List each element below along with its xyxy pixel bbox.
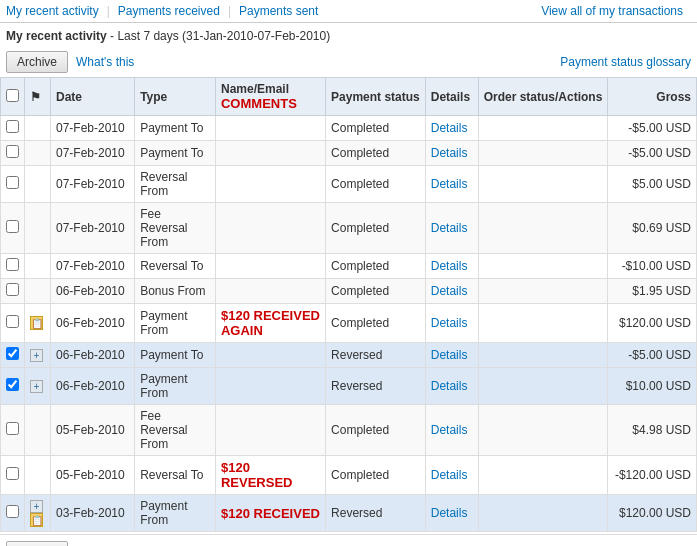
- row-gross: $10.00 USD: [608, 368, 697, 405]
- details-link[interactable]: Details: [431, 177, 468, 191]
- row-type: Payment From: [135, 304, 216, 343]
- payment-status-glossary-link[interactable]: Payment status glossary: [560, 55, 691, 69]
- row-gross: $0.69 USD: [608, 203, 697, 254]
- row-status: Completed: [326, 166, 426, 203]
- nav-payments-sent[interactable]: Payments sent: [239, 4, 318, 18]
- archive-button-bottom[interactable]: Archive: [6, 541, 68, 546]
- row-order: [478, 254, 608, 279]
- row-nameemail: [215, 368, 325, 405]
- row-date: 05-Feb-2010: [51, 405, 135, 456]
- row-date: 07-Feb-2010: [51, 166, 135, 203]
- details-link[interactable]: Details: [431, 316, 468, 330]
- row-checkbox[interactable]: [6, 258, 19, 271]
- row-date: 06-Feb-2010: [51, 304, 135, 343]
- nav-payments-received[interactable]: Payments received: [118, 4, 220, 18]
- row-type: Reversal To: [135, 456, 216, 495]
- row-nameemail: [215, 141, 325, 166]
- expand-icon[interactable]: +: [30, 380, 43, 393]
- table-row: 07-Feb-2010Payment ToCompletedDetails-$5…: [1, 141, 697, 166]
- row-checkbox-cell: [1, 166, 25, 203]
- whats-this-link-top[interactable]: What's this: [76, 55, 134, 69]
- transactions-table: ⚑ Date Type Name/EmailCOMMENTS Payment s…: [0, 77, 697, 532]
- expand-icon[interactable]: +: [30, 500, 43, 513]
- row-checkbox[interactable]: [6, 315, 19, 328]
- table-row: 07-Feb-2010Reversal ToCompletedDetails-$…: [1, 254, 697, 279]
- row-status: Completed: [326, 456, 426, 495]
- row-flag-cell: [25, 203, 51, 254]
- row-nameemail: [215, 116, 325, 141]
- row-nameemail: [215, 166, 325, 203]
- details-link[interactable]: Details: [431, 121, 468, 135]
- row-date: 05-Feb-2010: [51, 456, 135, 495]
- col-header-order: Order status/Actions: [478, 78, 608, 116]
- row-details-cell: Details: [425, 203, 478, 254]
- row-checkbox-cell: [1, 203, 25, 254]
- details-link[interactable]: Details: [431, 284, 468, 298]
- row-date: 06-Feb-2010: [51, 368, 135, 405]
- col-header-date: Date: [51, 78, 135, 116]
- details-link[interactable]: Details: [431, 423, 468, 437]
- details-link[interactable]: Details: [431, 146, 468, 160]
- col-header-status: Payment status: [326, 78, 426, 116]
- col-header-gross: Gross: [608, 78, 697, 116]
- row-type: Payment From: [135, 368, 216, 405]
- col-header-details: Details: [425, 78, 478, 116]
- archive-button-top[interactable]: Archive: [6, 51, 68, 73]
- row-checkbox[interactable]: [6, 176, 19, 189]
- table-row: 07-Feb-2010Reversal FromCompletedDetails…: [1, 166, 697, 203]
- details-link[interactable]: Details: [431, 348, 468, 362]
- row-checkbox[interactable]: [6, 120, 19, 133]
- row-order: [478, 141, 608, 166]
- details-link[interactable]: Details: [431, 468, 468, 482]
- row-status: Completed: [326, 279, 426, 304]
- row-checkbox[interactable]: [6, 378, 19, 391]
- row-type: Payment From: [135, 495, 216, 532]
- row-details-cell: Details: [425, 343, 478, 368]
- row-flag-cell: 📋: [25, 304, 51, 343]
- row-status: Reversed: [326, 368, 426, 405]
- row-checkbox[interactable]: [6, 220, 19, 233]
- details-link[interactable]: Details: [431, 506, 468, 520]
- nav-sep-1: |: [107, 4, 110, 18]
- toolbar-left: Archive What's this: [6, 51, 134, 73]
- row-status: Completed: [326, 116, 426, 141]
- row-gross: $1.95 USD: [608, 279, 697, 304]
- row-gross: -$5.00 USD: [608, 343, 697, 368]
- row-type: Payment To: [135, 141, 216, 166]
- col-header-type: Type: [135, 78, 216, 116]
- row-type: Payment To: [135, 343, 216, 368]
- row-order: [478, 203, 608, 254]
- view-all-transactions-link[interactable]: View all of my transactions: [541, 4, 683, 18]
- details-link[interactable]: Details: [431, 379, 468, 393]
- note-icon: 📋: [30, 316, 43, 330]
- nav-my-recent-activity[interactable]: My recent activity: [6, 4, 99, 18]
- row-nameemail: [215, 254, 325, 279]
- row-details-cell: Details: [425, 405, 478, 456]
- table-row: 📋06-Feb-2010Payment From$120 RECEIVED AG…: [1, 304, 697, 343]
- row-nameemail: [215, 343, 325, 368]
- details-link[interactable]: Details: [431, 221, 468, 235]
- expand-icon[interactable]: +: [30, 349, 43, 362]
- row-checkbox[interactable]: [6, 283, 19, 296]
- row-order: [478, 304, 608, 343]
- row-checkbox[interactable]: [6, 347, 19, 360]
- flag-icon: ⚑: [30, 90, 41, 104]
- row-order: [478, 495, 608, 532]
- row-order: [478, 368, 608, 405]
- row-status: Reversed: [326, 343, 426, 368]
- row-checkbox[interactable]: [6, 467, 19, 480]
- select-all-checkbox[interactable]: [6, 89, 19, 102]
- row-comment: $120 REVERSED: [221, 460, 293, 490]
- row-order: [478, 166, 608, 203]
- table-row: 07-Feb-2010Payment ToCompletedDetails-$5…: [1, 116, 697, 141]
- row-order: [478, 405, 608, 456]
- row-checkbox[interactable]: [6, 505, 19, 518]
- row-type: Bonus From: [135, 279, 216, 304]
- row-order: [478, 279, 608, 304]
- row-checkbox[interactable]: [6, 145, 19, 158]
- details-link[interactable]: Details: [431, 259, 468, 273]
- row-order: [478, 456, 608, 495]
- table-row: 06-Feb-2010Bonus FromCompletedDetails$1.…: [1, 279, 697, 304]
- bottom-toolbar: Archive What's this: [0, 534, 697, 546]
- row-checkbox[interactable]: [6, 422, 19, 435]
